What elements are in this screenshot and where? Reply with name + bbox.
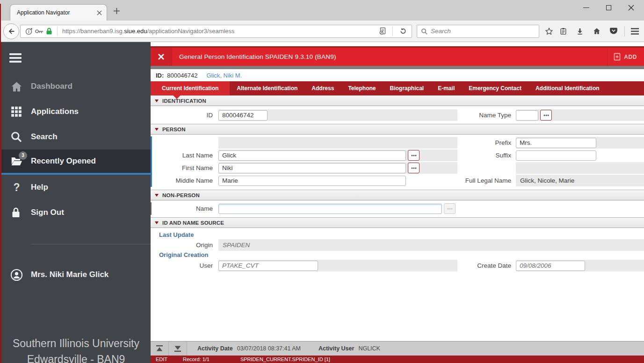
- sidebar-menu-toggle-icon[interactable]: [9, 53, 22, 63]
- search-bar[interactable]: [417, 25, 539, 38]
- sidebar-item-label: Search: [31, 132, 58, 142]
- create-user-label: User: [151, 262, 218, 269]
- institution-environment: Edwardsville - BAN9: [1, 351, 151, 363]
- tab-additional-identification[interactable]: Additional Identification: [528, 81, 607, 95]
- sidebar-item-label: Sign Out: [31, 208, 64, 217]
- urlbar-separator-2: [392, 27, 393, 36]
- institution-name: Southern Illinois University: [1, 335, 151, 351]
- minimize-icon[interactable]: [575, 0, 597, 15]
- middle-name-input[interactable]: [218, 176, 406, 186]
- key-block: ID: 800046742 Glick, Niki M.: [151, 69, 644, 81]
- sidebar-item-applications[interactable]: Applications: [1, 99, 151, 124]
- ellipsis-icon: [447, 208, 453, 210]
- key-person-name[interactable]: Glick, Niki M.: [206, 72, 242, 79]
- identification-id-row: ID Name Type: [151, 109, 644, 121]
- lock-icon: [10, 206, 23, 219]
- first-name-label: First Name: [152, 164, 218, 171]
- key-permission-icon[interactable]: [34, 24, 44, 38]
- origin-value: SPAIDEN: [218, 242, 250, 249]
- sidebar-footer: Southern Illinois University Edwardsvill…: [1, 335, 151, 363]
- tab-close-icon[interactable]: [97, 10, 102, 15]
- sidebar-item-dashboard[interactable]: Dashboard: [1, 74, 151, 99]
- sidebar-item-help[interactable]: ? Help: [1, 175, 151, 200]
- activity-user-label: Activity User: [318, 345, 354, 352]
- tab-telephone[interactable]: Telephone: [341, 81, 383, 95]
- new-tab-icon[interactable]: [114, 8, 120, 14]
- next-section-button[interactable]: [169, 342, 187, 356]
- sidebar-item-recently-opened[interactable]: 3 Recently Opened: [1, 149, 151, 175]
- last-name-lookup-button[interactable]: [408, 150, 420, 161]
- non-person-name-input[interactable]: [218, 204, 442, 214]
- browser-titlebar: Application Navigator: [0, 0, 644, 21]
- id-input[interactable]: [218, 110, 268, 121]
- maximize-icon[interactable]: [597, 0, 620, 15]
- sidebar-item-sign-out[interactable]: Sign Out: [1, 200, 151, 225]
- sidebar-item-search[interactable]: Search: [1, 124, 151, 149]
- last-name-input[interactable]: [218, 150, 406, 161]
- section-title: NON-PERSON: [162, 192, 200, 198]
- header-divider-strip: [151, 66, 644, 69]
- tab-address[interactable]: Address: [304, 81, 341, 95]
- create-user-input[interactable]: [218, 261, 318, 271]
- home-icon[interactable]: [590, 24, 604, 38]
- tab-alternate-identification[interactable]: Alternate Identification: [230, 81, 304, 95]
- section-person-header[interactable]: PERSON: [151, 124, 644, 135]
- sidebar-user[interactable]: Mrs. Niki Marie Glick: [1, 262, 151, 287]
- middle-name-label: Middle Name: [152, 177, 218, 184]
- url-text[interactable]: https://bannerban9.isg.siue.edu/applicat…: [62, 28, 235, 35]
- browser-tab[interactable]: Application Navigator: [10, 4, 107, 21]
- suffix-input[interactable]: [516, 150, 596, 161]
- first-name-input[interactable]: [218, 163, 406, 173]
- close-icon: [158, 53, 165, 60]
- browser-tab-title: Application Navigator: [17, 9, 97, 16]
- create-date-input[interactable]: [516, 261, 585, 271]
- tab-biographical[interactable]: Biographical: [383, 81, 431, 95]
- close-window-icon[interactable]: [620, 0, 642, 15]
- back-button[interactable]: [3, 23, 19, 39]
- first-name-lookup-button[interactable]: [408, 163, 420, 173]
- site-info-icon[interactable]: [24, 24, 34, 38]
- origin-label: Origin: [151, 242, 218, 249]
- browser-toolbar: https://bannerban9.isg.siue.edu/applicat…: [0, 21, 644, 42]
- section-identification-header[interactable]: IDENTIFICATION: [151, 95, 644, 106]
- close-form-button[interactable]: [151, 48, 172, 66]
- create-date-label: Create Date: [457, 262, 516, 269]
- key-id-value: 800046742: [167, 72, 197, 79]
- activity-bar: Activity Date 03/07/2018 08:37:41 AM Act…: [151, 341, 644, 356]
- tab-current-identification[interactable]: Current Identification: [151, 81, 230, 95]
- form-header: General Person Identification SPAIDEN 9.…: [151, 46, 644, 66]
- menu-icon[interactable]: [628, 24, 642, 38]
- question-icon: ?: [10, 181, 23, 194]
- reader-mode-icon[interactable]: [376, 24, 390, 38]
- source-section-body: Last Update Origin SPAIDEN Original Crea…: [151, 230, 644, 272]
- previous-section-button[interactable]: [151, 342, 169, 356]
- add-button-label: ADD: [624, 54, 637, 60]
- section-title: IDENTIFICATION: [162, 98, 206, 104]
- tab-emergency-contact[interactable]: Emergency Contact: [462, 81, 528, 95]
- name-type-lookup-button[interactable]: [540, 110, 552, 121]
- tab-email[interactable]: E-mail: [431, 81, 462, 95]
- ellipsis-icon: [411, 167, 417, 169]
- add-document-icon: [614, 53, 621, 61]
- suffix-label: Suffix: [457, 152, 516, 159]
- reload-icon[interactable]: [396, 24, 410, 38]
- prefix-input[interactable]: [516, 138, 596, 148]
- collapse-triangle-icon: [155, 194, 159, 197]
- main-panel: General Person Identification SPAIDEN 9.…: [151, 42, 644, 363]
- activity-date-label: Activity Date: [197, 345, 233, 352]
- sidebar-item-label: Help: [31, 183, 48, 192]
- downloads-icon[interactable]: [573, 24, 587, 38]
- name-type-input[interactable]: [516, 110, 538, 121]
- bookmark-star-icon[interactable]: [542, 24, 556, 38]
- pocket-icon[interactable]: [607, 24, 621, 38]
- bookmarks-clipboard-icon[interactable]: [556, 24, 570, 38]
- section-non-person-header[interactable]: NON-PERSON: [151, 190, 644, 200]
- url-bar[interactable]: https://bannerban9.isg.siue.edu/applicat…: [20, 25, 412, 38]
- search-input[interactable]: [431, 28, 535, 35]
- full-legal-name-label: Full Legal Name: [457, 177, 516, 184]
- add-button[interactable]: ADD: [607, 48, 644, 66]
- ellipsis-icon: [411, 155, 417, 157]
- section-id-name-source-header[interactable]: ID AND NAME SOURCE: [151, 217, 644, 228]
- form-tabbar: Current Identification Alternate Identif…: [151, 81, 644, 95]
- https-lock-icon[interactable]: [44, 24, 54, 38]
